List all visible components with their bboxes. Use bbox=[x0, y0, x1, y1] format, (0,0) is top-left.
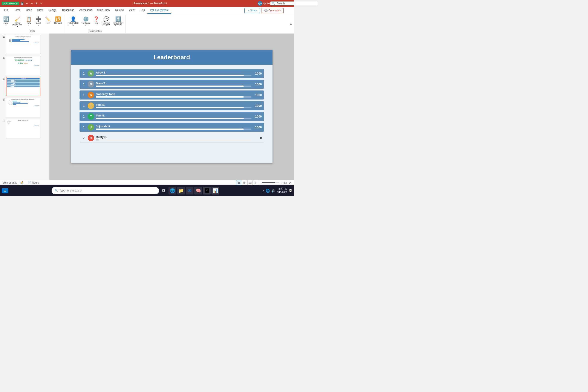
convert-button[interactable]: 🔁 Convert bbox=[53, 16, 63, 25]
undo-icon[interactable]: ↩ bbox=[25, 2, 28, 5]
brain-icon[interactable]: 🧠 bbox=[194, 187, 202, 194]
bar-fill-drew bbox=[96, 86, 244, 87]
slide-item-17[interactable]: 17 What words would you use to describe … bbox=[0, 56, 49, 76]
score-abby: 1000 bbox=[253, 72, 262, 75]
notification-icon[interactable]: 💬 bbox=[289, 189, 292, 192]
zoom-out-button[interactable]: − bbox=[260, 182, 261, 184]
mail-icon[interactable]: ✉ bbox=[186, 187, 194, 194]
clock-time: 8:25 PM bbox=[277, 188, 287, 191]
config-label: Configuration bbox=[89, 30, 102, 33]
new-button[interactable]: 📋 New ▾ bbox=[24, 16, 33, 27]
slide-sorter-button[interactable]: ⊞ bbox=[242, 180, 247, 185]
tab-animations[interactable]: Animations bbox=[77, 7, 94, 14]
tab-help[interactable]: Help bbox=[137, 7, 148, 14]
search-box[interactable]: 🔍 bbox=[270, 2, 294, 5]
score-jojo: 1000 bbox=[253, 126, 262, 129]
main-area: 16 How do you feel about this presentati… bbox=[0, 34, 294, 180]
search-icon: 🔍 bbox=[272, 2, 275, 5]
slide-body: 1 A Abby S. 1000 1 D Drew T. bbox=[71, 65, 272, 163]
task-view-button[interactable]: ⧉ bbox=[160, 187, 168, 194]
fit-slide-button[interactable]: ⤢ bbox=[289, 181, 292, 184]
leaderboard-row-7: 7 R Rusty S. 0 bbox=[80, 134, 264, 143]
help-button[interactable]: ❓ Help bbox=[92, 16, 100, 25]
slide-item-18[interactable]: 18 Leaderboard 1 A Abby S. ████████ 1000… bbox=[0, 76, 49, 97]
chevron-up-icon[interactable]: ∧ bbox=[262, 189, 264, 192]
title-bar-center: Presentation1 — PowerPoint bbox=[43, 2, 258, 5]
insert-button[interactable]: ➕ Insert ▾ bbox=[34, 16, 42, 27]
slide-item-19[interactable]: 19 Who said "That's one small step for m… bbox=[0, 98, 49, 118]
name-sweeney: Sweeney Todd bbox=[96, 92, 252, 96]
network-icon[interactable]: 🌐 bbox=[266, 189, 270, 193]
avatar-tomb1: T bbox=[88, 102, 94, 109]
file-explorer-icon[interactable]: 📁 bbox=[177, 187, 185, 194]
name-tomb2: Tom B. bbox=[96, 114, 252, 117]
name-rusty: Rusty S. bbox=[96, 136, 252, 138]
sync-button[interactable]: 🔄 Sync ▾ bbox=[2, 16, 10, 27]
tab-insert[interactable]: Insert bbox=[23, 7, 34, 14]
share-icon: ↗ bbox=[247, 9, 249, 12]
share-button[interactable]: ↗ Share bbox=[244, 8, 260, 13]
bar-fill-abby bbox=[96, 75, 244, 76]
tab-review[interactable]: Review bbox=[112, 7, 126, 14]
autosave-button[interactable]: AutoSave On bbox=[2, 2, 19, 5]
search-input[interactable] bbox=[276, 2, 294, 5]
tab-design[interactable]: Design bbox=[46, 7, 59, 14]
tools-label: Tools bbox=[30, 30, 35, 33]
settings-icon: ⚙️ bbox=[83, 17, 89, 22]
bar-tomb2 bbox=[96, 118, 252, 119]
slide-item-20[interactable]: 20 Who said "To be or not to be"? Hamlet… bbox=[0, 119, 49, 139]
tab-poll-everywhere[interactable]: Poll Everywhere bbox=[148, 7, 171, 14]
normal-view-button[interactable]: ▦ bbox=[236, 180, 241, 185]
ribbon-tabs: File Home Insert Draw Design Transitions… bbox=[0, 7, 294, 14]
start-button[interactable]: ⊞ bbox=[2, 188, 8, 193]
tab-transitions[interactable]: Transitions bbox=[59, 7, 77, 14]
ribbon-content: 🔄 Sync ▾ 🧹 Clear responses ▾ 📋 New ▾ ➕ I… bbox=[0, 14, 294, 34]
ribbon-right-actions: ↗ Share 💬 Comments bbox=[244, 8, 292, 13]
contact-support-button[interactable]: 💬 Contact support bbox=[101, 16, 111, 27]
system-clock[interactable]: 8:25 PM 6/15/2021 bbox=[277, 188, 287, 194]
slideshow-view-button[interactable]: ▷ bbox=[253, 180, 258, 185]
zoom-slider[interactable] bbox=[262, 182, 280, 183]
slide-thumb-18: Leaderboard 1 A Abby S. ████████ 1000 1 … bbox=[6, 77, 40, 96]
zoom-level[interactable]: 75% bbox=[282, 182, 287, 184]
ribbon-collapse-button[interactable]: ∧ bbox=[290, 22, 292, 26]
settings-button[interactable]: ⚙️ Settings ▾ bbox=[80, 16, 91, 27]
tab-view[interactable]: View bbox=[126, 7, 137, 14]
edge-icon[interactable]: 🌐 bbox=[168, 187, 176, 194]
clear-responses-button[interactable]: 🧹 Clear responses ▾ bbox=[11, 16, 24, 28]
zoom-in-button[interactable]: + bbox=[280, 182, 282, 184]
save-icon[interactable]: 💾 bbox=[20, 2, 24, 5]
comments-button[interactable]: 💬 Comments bbox=[262, 8, 284, 13]
rank-1: 1 bbox=[82, 72, 86, 75]
dropdown-icon[interactable]: ▾ bbox=[39, 2, 43, 5]
slide-number-16: 16 bbox=[1, 35, 5, 38]
edit-button[interactable]: ✏️ Edit bbox=[44, 16, 52, 25]
rank-6: 1 bbox=[82, 126, 86, 129]
tab-home[interactable]: Home bbox=[11, 7, 23, 14]
reading-view-button[interactable]: 📖 bbox=[247, 180, 252, 185]
taskbar-search-input[interactable] bbox=[60, 189, 156, 192]
insert-icon: ➕ bbox=[36, 17, 41, 22]
tab-slideshow[interactable]: Slide Show bbox=[94, 7, 112, 14]
pollster-button[interactable]: 👤 pollster123 ▾ bbox=[66, 16, 80, 27]
redo-icon[interactable]: ↪ bbox=[30, 2, 33, 5]
notes-button[interactable]: 📄 Notes bbox=[26, 180, 41, 185]
taskbar-search-box[interactable]: 🔍 bbox=[52, 187, 159, 194]
volume-icon[interactable]: 🔊 bbox=[271, 189, 276, 193]
check-updates-button[interactable]: ⬆️ Check for updates bbox=[112, 16, 124, 27]
presentation-icon[interactable]: 🖥 bbox=[34, 2, 38, 5]
user-initials[interactable]: QD bbox=[258, 1, 262, 6]
tab-file[interactable]: File bbox=[2, 7, 11, 14]
slide-number-20: 20 bbox=[1, 119, 5, 122]
slide-item-16[interactable]: 16 How do you feel about this presentati… bbox=[0, 34, 49, 54]
tab-draw[interactable]: Draw bbox=[34, 7, 46, 14]
spellcheck-icon[interactable]: 📝 bbox=[20, 181, 23, 184]
bar-fill-sweeney bbox=[96, 96, 244, 98]
slide-title: Leaderboard bbox=[71, 50, 272, 65]
pollster-icon: 👤 bbox=[70, 17, 76, 22]
leaderboard-row-6: 1 J Jojo rabbit 1000 bbox=[80, 123, 264, 132]
powerpoint-icon[interactable]: 🅿 bbox=[203, 187, 210, 194]
taskbar: ⊞ 🔍 ⧉ 🌐 📁 ✉ 🧠 🅿 📊 ∧ 🌐 🔊 8:25 PM 6/15/202… bbox=[0, 185, 294, 196]
poll-everywhere-taskbar-icon[interactable]: 📊 bbox=[212, 187, 219, 194]
tools-buttons: 🔄 Sync ▾ 🧹 Clear responses ▾ 📋 New ▾ ➕ I… bbox=[2, 15, 63, 30]
